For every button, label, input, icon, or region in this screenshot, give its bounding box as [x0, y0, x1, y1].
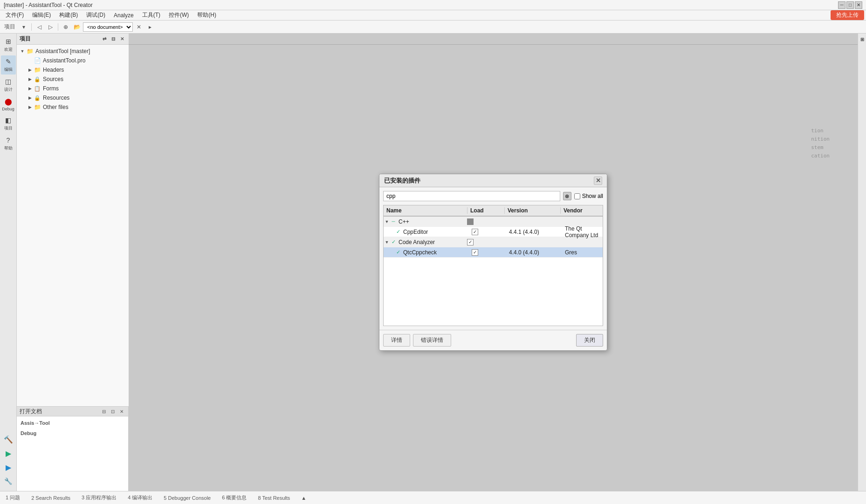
toolbar-close-doc-btn[interactable]: ✕ [134, 22, 144, 32]
bottom-tab-app-output[interactable]: 3 应用程序输出 [78, 493, 120, 502]
details-button[interactable]: 详情 [383, 334, 410, 347]
tree-arrow-forms[interactable]: ▶ [26, 85, 34, 92]
menu-controls[interactable]: 控件(W) [165, 10, 192, 20]
run-icon: ▶ [4, 449, 13, 457]
right-expand-btn[interactable]: ⊞ [859, 35, 866, 43]
menu-file[interactable]: 文件(F) [2, 10, 27, 20]
tree-arrow-pro [26, 57, 34, 64]
menu-bar: 文件(F) 编辑(E) 构建(B) 调试(D) Analyze 工具(T) 控件… [0, 10, 866, 20]
col-version-header: Version [505, 207, 561, 214]
sidebar-item-debug-run-bottom[interactable]: ▶ [1, 461, 16, 473]
error-details-button[interactable]: 错误详情 [413, 334, 451, 347]
sidebar-item-design[interactable]: ◫ 设计 [1, 75, 16, 95]
qtccppcheck-load-checkbox[interactable] [472, 249, 478, 256]
cppeditor-load-checkbox[interactable] [472, 229, 478, 235]
toolbar-back-btn[interactable]: ◁ [34, 22, 44, 32]
maximize-button[interactable]: □ [846, 1, 854, 9]
modal-body: ⊗ Show all Name Load Version Vendor [379, 187, 607, 330]
edit-icon: ✎ [4, 57, 13, 66]
menu-analyze[interactable]: Analyze [110, 11, 137, 20]
panel-sync-btn[interactable]: ⇄ [101, 35, 108, 43]
toolbar-right-btn[interactable]: ▸ [145, 22, 155, 32]
code-analyzer-load-checkbox[interactable] [467, 239, 474, 245]
tree-item-root[interactable]: ▼ 📁 AssistantTool [master] [17, 47, 129, 56]
sidebar-item-help[interactable]: ? 帮助 [1, 134, 16, 153]
tree-item-pro[interactable]: 📄 AssistantTool.pro [17, 56, 129, 65]
toolbar-doc-combo[interactable]: <no document> [83, 22, 133, 32]
tree-arrow-root[interactable]: ▼ [19, 48, 26, 55]
code-analyzer-arrow[interactable]: ▼ [384, 239, 390, 245]
sidebar-item-welcome[interactable]: ⊞ 欢迎 [1, 35, 16, 54]
panel-close-btn[interactable]: ✕ [118, 35, 126, 43]
modal-close-button[interactable]: ✕ [594, 177, 602, 185]
plugin-table: Name Load Version Vendor ▼ ─ C++ [383, 205, 603, 326]
menu-debug[interactable]: 调试(D) [82, 10, 109, 20]
qtccppcheck-version: 4.4.0 (4.4.0) [506, 249, 562, 256]
qtccppcheck-load [469, 249, 506, 256]
sidebar-item-edit[interactable]: ✎ 编辑 [1, 55, 16, 75]
tree-item-sources[interactable]: ▶ 🔒 Sources [17, 75, 129, 84]
window-controls: ─ □ ✕ [838, 1, 862, 9]
toolbar-filter-btn[interactable]: ▾ [19, 22, 29, 32]
right-mini-panel: ⊞ [858, 34, 866, 491]
tree-arrow-headers[interactable]: ▶ [26, 66, 34, 74]
cpp-group-minus: ─ [390, 218, 397, 225]
col-name-header: Name [384, 207, 467, 214]
menu-help[interactable]: 帮助(H) [193, 10, 220, 20]
qtccppcheck-name: QtcCppcheck [401, 249, 469, 256]
tree-item-headers[interactable]: ▶ 📁 Headers [17, 65, 129, 75]
close-dialog-button[interactable]: 关闭 [576, 334, 603, 347]
bottom-tab-tests[interactable]: 8 Test Results [254, 494, 294, 502]
sidebar-item-wrench-bottom[interactable]: 🔧 [1, 475, 16, 487]
tree-icon-resources: 🔒 [34, 94, 41, 102]
cppeditor-vendor: The Qt Company Ltd [562, 225, 603, 238]
csdn-upload-badge[interactable]: 抢先上传 [831, 10, 864, 20]
plugin-search-clear-button[interactable]: ⊗ [563, 192, 571, 200]
show-all-label: Show all [582, 193, 603, 199]
plugin-table-body: ▼ ─ C++ [384, 217, 603, 314]
bottom-tab-issues[interactable]: 1 问题 [2, 493, 24, 502]
panel-collapse-btn[interactable]: ⊟ [110, 35, 117, 43]
sidebar-item-run-bottom[interactable]: ▶ [1, 447, 16, 459]
tree-arrow-sources[interactable]: ▶ [26, 75, 34, 83]
open-docs-split-btn[interactable]: ⊡ [109, 408, 117, 415]
sidebar-item-debug[interactable]: ⬤ Debug [1, 95, 16, 113]
toolbar-forward-btn[interactable]: ▷ [45, 22, 55, 32]
bottom-tab-debugger[interactable]: 5 Debugger Console [160, 494, 214, 502]
plugin-row-cppeditor[interactable]: ✓ CppEditor 4.4.1 (4.4.0) The Qt Company… [384, 227, 603, 237]
menu-build[interactable]: 构建(B) [55, 10, 82, 20]
tree-icon-pro: 📄 [34, 57, 41, 64]
menu-tools[interactable]: 工具(T) [138, 10, 164, 20]
tree-item-forms[interactable]: ▶ 📋 Forms [17, 84, 129, 93]
tree-item-other-files[interactable]: ▶ 📁 Other files [17, 102, 129, 112]
tree-icon-forms: 📋 [34, 85, 41, 92]
cpp-load-checkbox[interactable] [467, 218, 474, 225]
cpp-group-arrow[interactable]: ▼ [384, 218, 390, 225]
open-docs-close-btn[interactable]: ✕ [118, 408, 125, 415]
open-docs-float-btn[interactable]: ⊟ [100, 408, 108, 415]
tree-arrow-other[interactable]: ▶ [26, 103, 34, 111]
plugin-search-input[interactable] [383, 191, 560, 201]
bottom-tab-summary[interactable]: 6 概要信息 [218, 493, 250, 502]
open-docs-debug-label: Debug [17, 429, 128, 437]
close-button[interactable]: ✕ [855, 1, 862, 9]
tree-item-resources[interactable]: ▶ 🔒 Resources [17, 93, 129, 102]
bottom-tab-search[interactable]: 2 Search Results [27, 494, 74, 502]
left-panel-wrapper: 项目 ⇄ ⊟ ✕ ▼ 📁 AssistantTool [master] 📄 [17, 34, 129, 491]
show-all-checkbox[interactable] [574, 193, 580, 199]
bottom-panel: 1 问题 2 Search Results 3 应用程序输出 4 编译输出 5 … [0, 491, 866, 504]
toolbar-new-btn[interactable]: ⊕ [61, 22, 71, 32]
tree-label-sources: Sources [43, 76, 63, 82]
toolbar-open-btn[interactable]: 📂 [72, 22, 82, 32]
sidebar-item-build-bottom[interactable]: 🔨 [1, 433, 16, 445]
sidebar-item-projects[interactable]: ◧ 项目 [1, 114, 16, 133]
plugin-row-qtccppcheck[interactable]: ✓ QtcCppcheck 4.4.0 (4.4.0) Gres [384, 247, 603, 258]
plugin-dialog: 已安装的插件 ✕ ⊗ Show all [379, 174, 607, 351]
menu-edit[interactable]: 编辑(E) [28, 10, 55, 20]
plugin-group-code-analyzer[interactable]: ▼ ✓ Code Analyzer [384, 237, 603, 247]
tree-arrow-resources[interactable]: ▶ [26, 94, 34, 102]
bottom-expand-btn[interactable]: ▲ [297, 494, 310, 502]
minimize-button[interactable]: ─ [838, 1, 845, 9]
bottom-tab-compile[interactable]: 4 编译输出 [124, 493, 156, 502]
tree-label-root: AssistantTool [master] [35, 48, 90, 54]
